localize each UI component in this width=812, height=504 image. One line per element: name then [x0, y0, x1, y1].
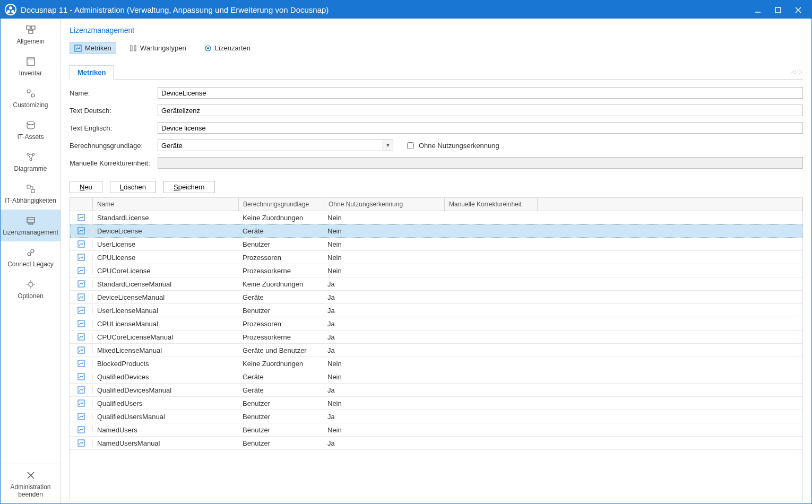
inner-tab-metriken[interactable]: Metriken [70, 65, 114, 80]
cell-ohne: Nein [323, 399, 443, 407]
table-row[interactable]: QualifiedDevicesManualGeräteJa [70, 384, 802, 397]
table-row[interactable]: CPULicenseManualProzessorenJa [70, 317, 802, 331]
input-textde[interactable] [158, 105, 803, 116]
sidebar-exit-label2: beenden [18, 491, 43, 498]
delete-button[interactable]: Löschen [110, 181, 156, 193]
sidebar-icon-3 [25, 119, 36, 131]
table-row[interactable]: DeviceLicenseManualGeräteJa [70, 291, 802, 304]
cell-ohne: Nein [323, 240, 443, 248]
sidebar-label-4: Diagramme [14, 165, 47, 172]
maintenance-icon [129, 45, 137, 52]
table-row[interactable]: BlockedProductsKeine ZuordnungenNein [70, 357, 802, 370]
license-icon [204, 45, 212, 52]
select-calc[interactable]: Geräte [158, 140, 393, 151]
col-calc[interactable]: Berechnungsgrundlage [239, 198, 324, 211]
breadcrumb: Lizenzmanagement [70, 26, 803, 34]
row-icon [70, 386, 93, 394]
row-icon [70, 360, 93, 367]
cell-calc: Benutzer [238, 413, 323, 421]
row-icon [70, 373, 93, 380]
minimize-button[interactable] [748, 1, 768, 19]
row-icon [70, 280, 93, 288]
sidebar-item-4[interactable]: Diagramme [1, 146, 61, 178]
sidebar-label-2: Customizing [13, 101, 48, 109]
cell-calc: Prozessoren [238, 320, 323, 328]
label-texten: Text Englisch: [70, 124, 158, 132]
sidebar-icon-7 [25, 247, 36, 258]
table-row[interactable]: StandardLicenseManualKeine ZuordnungenJa [70, 277, 802, 291]
sidebar-label-8: Optionen [18, 292, 44, 300]
svg-point-10 [31, 94, 34, 97]
sidebar-item-5[interactable]: IT-Abhängigkeiten [1, 178, 61, 210]
row-icon [70, 320, 93, 327]
cell-ohne: Ja [323, 307, 443, 315]
cell-ohne: Nein [323, 254, 443, 262]
col-ohne[interactable]: Ohne Nutzungserkennung [324, 198, 445, 211]
row-icon [70, 267, 93, 274]
tab-nav-left-icon[interactable]: ◁ [790, 68, 797, 75]
table-row[interactable]: DeviceLicenseGeräteNein [70, 224, 802, 238]
cell-name: QualifiedDevices [93, 373, 238, 381]
cell-ohne: Ja [323, 439, 443, 447]
maximize-button[interactable] [768, 1, 788, 19]
table-row[interactable]: QualifiedUsersBenutzerNein [70, 397, 802, 410]
tab-metriken[interactable]: Metriken [70, 42, 116, 54]
close-button[interactable] [788, 1, 808, 19]
cell-ohne: Nein [323, 214, 443, 222]
sidebar-item-8[interactable]: Optionen [1, 273, 61, 305]
table-row[interactable]: UserLicenseManualBenutzerJa [70, 304, 802, 317]
col-name[interactable]: Name [93, 198, 239, 211]
cell-calc: Benutzer [238, 307, 323, 315]
sidebar-exit[interactable]: Administration beenden [1, 464, 61, 503]
row-icon [70, 426, 93, 433]
close-icon [26, 470, 36, 481]
tab-wartungstypen[interactable]: Wartungstypen [125, 42, 191, 54]
svg-rect-16 [31, 189, 34, 193]
tab-lizenzarten[interactable]: Lizenzarten [200, 42, 255, 54]
input-name[interactable] [158, 87, 803, 99]
sidebar-icon-4 [25, 151, 36, 163]
table-row[interactable]: CPUCoreLicenseManualProzessorkerneJa [70, 331, 802, 344]
table-row[interactable]: NamedUsersManualBenutzerJa [70, 437, 802, 450]
sidebar-item-1[interactable]: Inventar [1, 50, 61, 82]
table-row[interactable]: StandardLicenseKeine ZuordnungenNein [70, 211, 802, 224]
sidebar-icon-5 [25, 183, 36, 195]
table-row[interactable]: MixedLicenseManualGeräte und BenutzerJa [70, 344, 802, 357]
sidebar-item-7[interactable]: Connect Legacy [1, 241, 61, 273]
cell-ohne: Nein [323, 227, 443, 235]
svg-line-22 [30, 252, 31, 253]
titlebar[interactable]: Docusnap 11 - Administration (Verwaltung… [1, 1, 811, 19]
save-button[interactable]: Speichern [163, 181, 215, 193]
row-icon [70, 293, 93, 301]
cell-ohne: Ja [323, 413, 443, 421]
cell-ohne: Ja [323, 320, 443, 328]
table-row[interactable]: NamedUsersBenutzerNein [70, 423, 802, 437]
checkbox-ohne-nutzung[interactable] [407, 142, 414, 149]
cell-calc: Geräte und Benutzer [238, 346, 323, 354]
sidebar-item-3[interactable]: IT-Assets [1, 114, 61, 146]
col-man[interactable]: Manuelle Korrektureinheit [445, 198, 538, 211]
cell-name: StandardLicenseManual [93, 280, 238, 288]
sidebar-item-6[interactable]: Lizenzmanagement [1, 210, 61, 241]
cell-calc: Prozessoren [238, 254, 323, 262]
cell-name: QualifiedUsersManual [93, 413, 238, 421]
cell-name: UserLicense [93, 240, 238, 248]
sidebar-item-2[interactable]: Customizing [1, 82, 61, 114]
cell-ohne: Ja [323, 333, 443, 341]
cell-calc: Benutzer [238, 240, 323, 248]
sidebar-icon-8 [25, 279, 36, 290]
cell-calc: Prozessorkerne [238, 333, 323, 341]
table-row[interactable]: CPULicenseProzessorenNein [70, 251, 802, 264]
table-row[interactable]: QualifiedUsersManualBenutzerJa [70, 410, 802, 423]
tab-nav-right-icon[interactable]: ▷ [797, 68, 803, 75]
table-row[interactable]: UserLicenseBenutzerNein [70, 238, 802, 251]
input-texten[interactable] [158, 122, 803, 134]
sidebar-item-0[interactable]: Allgemein [1, 19, 61, 50]
table-row[interactable]: QualifiedDevicesGeräteNein [70, 370, 802, 384]
table-row[interactable]: CPUCoreLicenseProzessorkerneNein [70, 264, 802, 277]
tab-metriken-label: Metriken [85, 44, 111, 52]
cell-name: MixedLicenseManual [93, 346, 238, 354]
new-button[interactable]: Neu [70, 181, 102, 193]
svg-rect-17 [27, 218, 34, 223]
window-title: Docusnap 11 - Administration (Verwaltung… [21, 5, 329, 14]
